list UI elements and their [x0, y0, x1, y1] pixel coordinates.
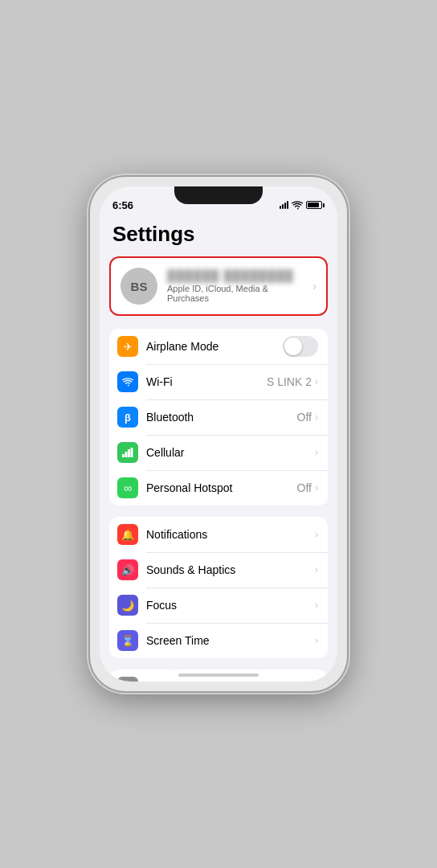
- row-focus[interactable]: 🌙 Focus ›: [109, 588, 328, 623]
- general-icon: ⚙: [117, 677, 138, 682]
- cellular-icon: [117, 442, 138, 463]
- profile-name: ██████ ████████: [167, 269, 303, 282]
- row-personal-hotspot[interactable]: ∞ Personal Hotspot Off ›: [109, 470, 328, 506]
- row-wifi[interactable]: Wi-Fi S LINK 2 ›: [109, 364, 328, 399]
- bluetooth-value: Off: [297, 411, 312, 424]
- bluetooth-label: Bluetooth: [146, 411, 297, 424]
- row-airplane-mode[interactable]: ✈ Airplane Mode: [109, 329, 328, 364]
- wifi-label: Wi-Fi: [146, 375, 267, 388]
- hotspot-chevron: ›: [315, 482, 318, 493]
- sounds-label: Sounds & Haptics: [146, 563, 315, 576]
- screen-time-icon: ⌛: [117, 630, 138, 651]
- focus-label: Focus: [146, 599, 315, 612]
- status-time: 6:56: [112, 199, 133, 211]
- row-cellular[interactable]: Cellular ›: [109, 435, 328, 470]
- bluetooth-chevron: ›: [315, 411, 318, 423]
- home-indicator[interactable]: [178, 674, 259, 677]
- sounds-icon: 🔊: [117, 559, 138, 580]
- svg-rect-0: [122, 454, 125, 457]
- section-notifications: 🔔 Notifications › 🔊 Sounds & Haptics ›: [109, 517, 328, 658]
- battery-icon: [306, 201, 325, 209]
- avatar: BS: [120, 268, 157, 305]
- hotspot-value: Off: [297, 481, 312, 494]
- svg-rect-1: [125, 452, 128, 457]
- profile-row[interactable]: BS ██████ ████████ Apple ID, iCloud, Med…: [109, 256, 328, 316]
- profile-subtitle: Apple ID, iCloud, Media & Purchases: [167, 284, 303, 303]
- phone-screen: 6:56 Sett: [100, 186, 337, 682]
- svg-rect-2: [128, 449, 130, 457]
- wifi-icon: [292, 201, 303, 210]
- screen-time-chevron: ›: [315, 635, 318, 646]
- hotspot-label: Personal Hotspot: [146, 481, 297, 494]
- cellular-chevron: ›: [315, 447, 318, 458]
- signal-icon: [280, 201, 288, 209]
- general-label: General: [146, 681, 315, 682]
- wifi-chevron: ›: [315, 376, 318, 387]
- notch: [174, 186, 263, 204]
- notifications-icon: 🔔: [117, 524, 138, 545]
- page-title: Settings: [100, 215, 337, 256]
- phone-frame: 6:56 Sett: [90, 177, 347, 691]
- row-notifications[interactable]: 🔔 Notifications ›: [109, 517, 328, 552]
- row-bluetooth[interactable]: β Bluetooth Off ›: [109, 399, 328, 435]
- focus-icon: 🌙: [117, 595, 138, 616]
- status-icons: [280, 201, 325, 210]
- notifications-chevron: ›: [315, 529, 318, 540]
- notifications-label: Notifications: [146, 528, 315, 541]
- profile-chevron: ›: [312, 280, 317, 293]
- airplane-mode-toggle[interactable]: [283, 336, 318, 357]
- wifi-settings-icon: [117, 371, 138, 392]
- hotspot-icon: ∞: [117, 477, 138, 498]
- profile-info: ██████ ████████ Apple ID, iCloud, Media …: [167, 269, 303, 303]
- wifi-value: S LINK 2: [267, 375, 312, 388]
- sounds-chevron: ›: [315, 564, 318, 575]
- bluetooth-icon: β: [117, 407, 138, 428]
- screen-content: Settings BS ██████ ████████ Apple ID, iC…: [100, 215, 337, 682]
- airplane-mode-icon: ✈: [117, 336, 138, 357]
- svg-rect-3: [131, 448, 133, 457]
- row-screen-time[interactable]: ⌛ Screen Time ›: [109, 623, 328, 658]
- row-sounds[interactable]: 🔊 Sounds & Haptics ›: [109, 552, 328, 588]
- section-connectivity: ✈ Airplane Mode Wi-Fi: [109, 329, 328, 506]
- cellular-label: Cellular: [146, 446, 315, 459]
- focus-chevron: ›: [315, 600, 318, 611]
- airplane-mode-label: Airplane Mode: [146, 340, 283, 353]
- screen-time-label: Screen Time: [146, 634, 315, 647]
